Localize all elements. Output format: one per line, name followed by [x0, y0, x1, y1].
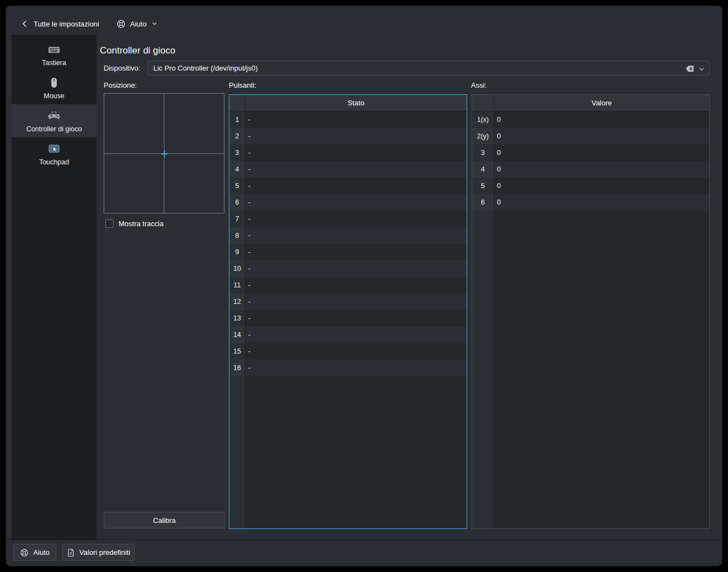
axis-row[interactable]: 40 — [472, 161, 709, 178]
button-state-cell[interactable]: - — [245, 260, 467, 277]
button-state-cell[interactable]: - — [245, 327, 467, 343]
row-number: 3 — [472, 145, 494, 161]
button-row[interactable]: 2- — [229, 128, 467, 145]
sidebar: Tastiera Mouse — [12, 35, 97, 540]
sidebar-item-label: Mouse — [44, 92, 65, 100]
button-state-cell[interactable]: - — [245, 178, 467, 194]
axis-value-cell[interactable]: 0 — [494, 128, 709, 145]
buttons-table[interactable]: Stato 1-2-3-4-5-6-7-8-9-10-11-12-13-14-1… — [229, 94, 467, 529]
help-button-label: Aiuto — [33, 548, 50, 557]
show-trace-checkbox[interactable]: Mostra traccia — [105, 220, 164, 228]
page-title: Controller di gioco — [100, 45, 175, 56]
axis-row[interactable]: 1(x)0 — [472, 111, 709, 128]
button-row[interactable]: 15- — [229, 343, 467, 360]
button-state-cell[interactable]: - — [245, 293, 467, 310]
device-label: Dispositivo: — [104, 64, 140, 72]
row-number: 2(y) — [472, 128, 494, 145]
buttons-table-body: 1-2-3-4-5-6-7-8-9-10-11-12-13-14-15-16- — [229, 111, 467, 528]
keyboard-icon — [47, 43, 61, 56]
axis-row[interactable]: 2(y)0 — [472, 128, 709, 145]
gamepad-icon — [47, 109, 61, 122]
button-row[interactable]: 8- — [229, 227, 467, 244]
calibrate-button[interactable]: Calibra — [104, 512, 225, 528]
defaults-button-label: Valori predefiniti — [79, 548, 130, 557]
button-row[interactable]: 12- — [229, 293, 467, 310]
button-state-cell[interactable]: - — [245, 343, 467, 360]
button-row[interactable]: 7- — [229, 211, 467, 227]
sidebar-item-game-controller[interactable]: Controller di gioco — [12, 104, 97, 137]
axis-value-cell[interactable]: 0 — [494, 194, 709, 211]
stick-position-view — [104, 93, 224, 213]
back-button[interactable]: Tutte le impostazioni — [18, 15, 101, 32]
row-number: 16 — [229, 360, 245, 376]
row-number: 6 — [472, 194, 494, 211]
axis-value-cell[interactable]: 0 — [494, 145, 709, 161]
button-state-cell[interactable]: - — [245, 360, 467, 376]
axis-row[interactable]: 30 — [472, 145, 709, 161]
show-trace-label: Mostra traccia — [119, 220, 164, 228]
help-menu-label: Aiuto — [130, 20, 147, 28]
button-row[interactable]: 10- — [229, 260, 467, 277]
help-button[interactable]: Aiuto — [13, 544, 56, 561]
axis-value-cell[interactable]: 0 — [494, 178, 709, 194]
sidebar-item-keyboard[interactable]: Tastiera — [12, 38, 97, 71]
button-state-cell[interactable]: - — [245, 244, 467, 260]
stick-crosshair — [164, 151, 165, 157]
axis-value-cell[interactable]: 0 — [494, 111, 709, 128]
button-state-cell[interactable]: - — [245, 194, 467, 211]
checkbox-box[interactable] — [105, 220, 114, 228]
button-state-cell[interactable]: - — [245, 161, 467, 178]
button-state-cell[interactable]: - — [245, 128, 467, 145]
device-combobox[interactable]: Lic Pro Controller (/dev/input/js0) — [148, 61, 710, 76]
sidebar-item-label: Touchpad — [39, 158, 69, 166]
button-state-cell[interactable]: - — [245, 111, 467, 128]
button-row[interactable]: 11- — [229, 277, 467, 293]
sidebar-item-mouse[interactable]: Mouse — [12, 71, 97, 104]
defaults-button[interactable]: Valori predefiniti — [62, 544, 135, 561]
table-corner — [472, 95, 494, 111]
button-row[interactable]: 9- — [229, 244, 467, 260]
lifebuoy-icon — [116, 19, 126, 29]
position-label: Posizione: — [104, 81, 137, 89]
system-settings-window: Tutte le impostazioni Aiuto — [6, 6, 722, 566]
document-revert-icon — [67, 548, 75, 557]
axis-value-cell[interactable]: 0 — [494, 161, 709, 178]
sidebar-item-touchpad[interactable]: Touchpad — [12, 137, 97, 170]
axes-label: Assi: — [471, 81, 486, 89]
row-number: 6 — [229, 194, 245, 211]
axes-table-body: 1(x)02(y)030405060 — [472, 111, 709, 528]
calibrate-button-label: Calibra — [153, 516, 175, 525]
chevron-down-icon — [698, 66, 705, 72]
row-number: 14 — [229, 327, 245, 343]
button-state-cell[interactable]: - — [245, 310, 467, 327]
button-row[interactable]: 5- — [229, 178, 467, 194]
button-state-cell[interactable]: - — [245, 277, 467, 293]
button-row[interactable]: 16- — [229, 360, 467, 376]
row-number: 8 — [229, 227, 245, 244]
button-row[interactable]: 14- — [229, 327, 467, 343]
row-number: 4 — [472, 161, 494, 178]
table-corner — [229, 95, 245, 111]
button-row[interactable]: 4- — [229, 161, 467, 178]
button-row[interactable]: 1- — [229, 111, 467, 128]
button-row[interactable]: 13- — [229, 310, 467, 327]
row-number: 5 — [472, 178, 494, 194]
axis-row[interactable]: 60 — [472, 194, 709, 211]
button-row[interactable]: 3- — [229, 145, 467, 161]
buttons-label: Pulsanti: — [229, 81, 256, 89]
button-state-cell[interactable]: - — [245, 227, 467, 244]
row-number: 4 — [229, 161, 245, 178]
button-row[interactable]: 6- — [229, 194, 467, 211]
mouse-icon — [47, 76, 61, 89]
axes-table-header-label: Valore — [494, 95, 709, 111]
help-menu-button[interactable]: Aiuto — [114, 15, 160, 32]
axes-table-header: Valore — [472, 95, 709, 111]
button-state-cell[interactable]: - — [245, 145, 467, 161]
button-state-cell[interactable]: - — [245, 211, 467, 227]
clear-icon[interactable] — [685, 64, 694, 73]
device-combobox-value: Lic Pro Controller (/dev/input/js0) — [153, 64, 258, 72]
buttons-table-header-label: Stato — [245, 95, 467, 111]
axis-row[interactable]: 50 — [472, 178, 709, 194]
row-number: 7 — [229, 211, 245, 227]
axes-table[interactable]: Valore 1(x)02(y)030405060 — [472, 94, 710, 529]
